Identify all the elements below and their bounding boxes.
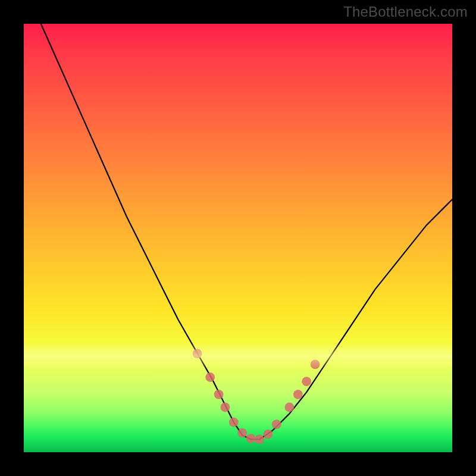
marker-point [221,403,230,412]
marker-point [237,428,247,438]
marker-point [246,434,256,443]
watermark-text: TheBottleneck.com [343,4,468,20]
marker-point [302,377,311,386]
plot-area [24,24,452,452]
marker-point [293,390,303,399]
chart-frame: TheBottleneck.com [0,0,476,476]
marker-point [311,360,320,369]
marker-point [214,390,224,399]
marker-point [285,403,295,412]
marker-point [205,372,215,382]
marker-point [272,419,281,429]
marker-point [264,430,273,439]
marker-group [193,349,320,444]
marker-point [229,418,239,427]
marker-point [255,435,264,444]
bottleneck-curve [41,24,452,439]
marker-point [193,349,202,359]
chart-svg [24,24,452,452]
